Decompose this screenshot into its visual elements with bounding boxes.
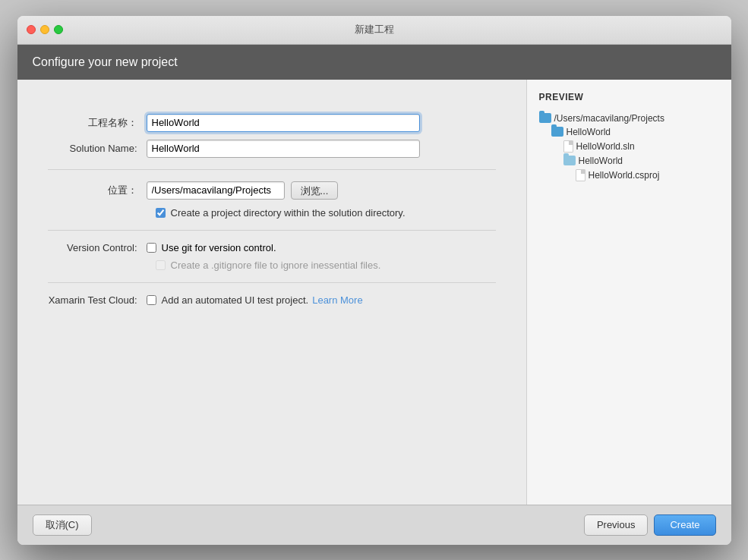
create-button[interactable]: Create xyxy=(654,514,715,536)
use-git-checkbox[interactable] xyxy=(147,243,156,253)
create-dir-row: Create a project directory within the so… xyxy=(156,207,496,219)
gitignore-checkbox[interactable] xyxy=(156,260,166,270)
file-icon xyxy=(563,140,573,153)
preview-title: PREVIEW xyxy=(539,92,719,102)
close-button[interactable] xyxy=(27,25,36,34)
cancel-button[interactable]: 取消(C) xyxy=(33,514,92,536)
add-test-checkbox[interactable] xyxy=(147,295,156,305)
folder-light-icon xyxy=(563,156,576,165)
content-area: 工程名称： Solution Name: 位置： 浏览... xyxy=(17,80,731,505)
folder-icon xyxy=(551,127,563,137)
location-section: 位置： 浏览... Create a project directory wit… xyxy=(48,170,496,231)
file-icon xyxy=(576,169,585,181)
preview-panel: PREVIEW /Users/macavilang/Projects Hello… xyxy=(526,80,731,505)
solution-name-label: Solution Name: xyxy=(48,143,147,154)
version-control-section: Version Control: Use git for version con… xyxy=(48,231,496,283)
test-cloud-row: Xamarin Test Cloud: Add an automated UI … xyxy=(48,294,496,306)
gitignore-row: Create a .gitignore file to ignore iness… xyxy=(156,260,496,271)
location-label: 位置： xyxy=(48,184,147,197)
location-row: 位置： 浏览... xyxy=(48,181,496,200)
use-git-row: Use git for version control. xyxy=(147,242,276,253)
tree-item-label: HelloWorld.sln xyxy=(576,141,635,152)
gitignore-label: Create a .gitignore file to ignore iness… xyxy=(171,260,381,271)
traffic-lights xyxy=(27,25,63,34)
version-control-row: Version Control: Use git for version con… xyxy=(48,242,496,253)
footer-right: Previous Create xyxy=(584,514,716,536)
page-title: Configure your new project xyxy=(33,55,716,69)
footer-bar: 取消(C) Previous Create xyxy=(17,505,731,545)
location-input[interactable] xyxy=(147,181,285,200)
header-bar: Configure your new project xyxy=(17,45,731,80)
project-name-section: 工程名称： Solution Name: xyxy=(48,102,496,170)
browse-button[interactable]: 浏览... xyxy=(291,181,339,200)
learn-more-link[interactable]: Learn More xyxy=(312,294,362,306)
test-cloud-section: Xamarin Test Cloud: Add an automated UI … xyxy=(48,283,496,317)
footer-left: 取消(C) xyxy=(33,514,92,536)
project-name-label: 工程名称： xyxy=(48,116,147,130)
tree-item-label: /Users/macavilang/Projects xyxy=(554,113,664,124)
tree-item-csproj: HelloWorld.csproj xyxy=(539,168,719,183)
window-title: 新建工程 xyxy=(355,23,394,36)
previous-button[interactable]: Previous xyxy=(584,514,649,536)
zoom-button[interactable] xyxy=(54,25,63,34)
solution-name-input[interactable] xyxy=(147,140,420,158)
folder-icon xyxy=(539,113,551,123)
create-dir-label: Create a project directory within the so… xyxy=(171,207,406,219)
titlebar: 新建工程 xyxy=(17,16,731,45)
tree-item-sln: HelloWorld.sln xyxy=(539,139,719,154)
minimize-button[interactable] xyxy=(40,25,49,34)
test-cloud-content: Add an automated UI test project. Learn … xyxy=(147,294,363,306)
main-window: 新建工程 Configure your new project 工程名称： So… xyxy=(17,16,731,545)
project-name-input[interactable] xyxy=(147,114,420,132)
use-git-label: Use git for version control. xyxy=(162,242,276,253)
solution-name-row: Solution Name: xyxy=(48,140,496,158)
tree-item-label: HelloWorld.csproj xyxy=(589,170,660,181)
project-name-row: 工程名称： xyxy=(48,114,496,132)
tree-item-helloworld: HelloWorld xyxy=(539,125,719,139)
tree-item-folder-hw: HelloWorld xyxy=(539,154,719,168)
tree-item-label: HelloWorld xyxy=(567,127,611,137)
tree-item-label: HelloWorld xyxy=(579,156,623,166)
add-test-label: Add an automated UI test project. xyxy=(162,294,309,306)
create-dir-checkbox[interactable] xyxy=(156,208,166,218)
location-input-group: 浏览... xyxy=(147,181,339,200)
tree-item-root: /Users/macavilang/Projects xyxy=(539,112,719,125)
main-panel: 工程名称： Solution Name: 位置： 浏览... xyxy=(17,80,526,505)
test-cloud-label: Xamarin Test Cloud: xyxy=(48,294,147,306)
version-control-label: Version Control: xyxy=(48,242,147,253)
